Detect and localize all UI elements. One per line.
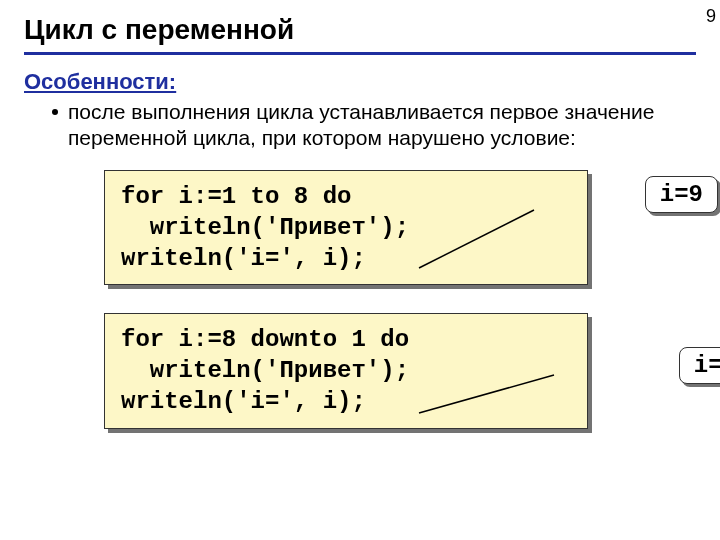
- svg-line-1: [419, 375, 554, 413]
- bullet-text: после выполнения цикла устанавливается п…: [68, 99, 696, 152]
- callout-pointer-icon: [414, 208, 544, 278]
- page-number: 9: [706, 6, 716, 27]
- bullet-item: после выполнения цикла устанавливается п…: [52, 99, 696, 152]
- bullet-dot-icon: [52, 109, 58, 115]
- callout-pointer-icon: [414, 373, 564, 423]
- page-title: Цикл с переменной: [24, 14, 696, 46]
- code-example-1: for i:=1 to 8 do writeln('Привет'); writ…: [104, 170, 696, 286]
- code-example-2: for i:=8 downto 1 do writeln('Привет'); …: [104, 313, 696, 429]
- result-callout: i=0: [679, 347, 720, 384]
- title-underline: [24, 52, 696, 55]
- result-callout: i=9: [645, 176, 718, 213]
- slide-body: Цикл с переменной Особенности: после вып…: [0, 0, 720, 477]
- features-heading: Особенности:: [24, 69, 696, 95]
- svg-line-0: [419, 210, 534, 268]
